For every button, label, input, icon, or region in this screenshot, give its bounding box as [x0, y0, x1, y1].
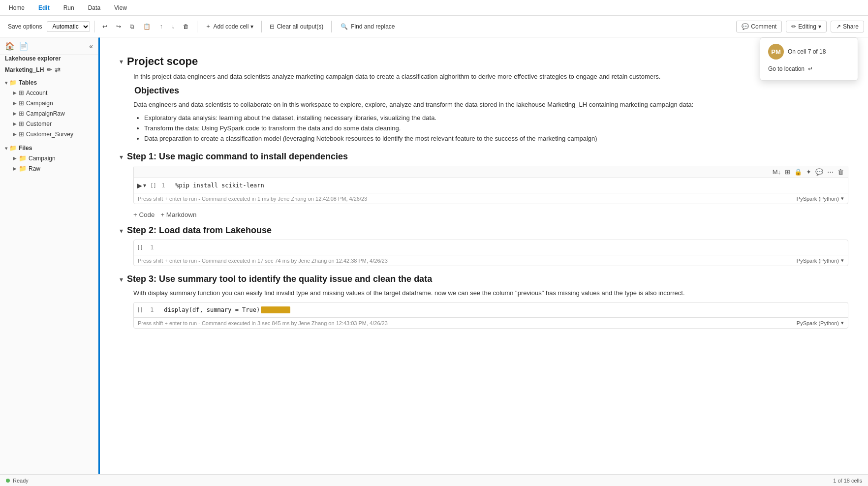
save-group: Save options Automatic — [4, 21, 90, 32]
search-icon: 🔍 — [341, 23, 348, 30]
table-icon-campaignraw: ⊞ — [19, 110, 24, 117]
step1-code-content[interactable]: 1 %pip install scikit-learn — [157, 178, 848, 193]
cell-lock-button[interactable]: 🔒 — [793, 167, 803, 177]
chevron-files-campaign: ▶ — [13, 155, 17, 161]
objectives-title: Objectives — [134, 86, 179, 96]
sidebar-item-customer-survey[interactable]: ▶ ⊞ Customer_Survey — [0, 129, 98, 139]
clear-outputs-button[interactable]: ⊟ Clear all output(s) — [266, 21, 327, 32]
menu-bar: Home Edit Run Data View — [0, 0, 868, 16]
step1-add-code-button[interactable]: + Code — [133, 211, 155, 218]
chevron-down-icon-editing: ▾ — [818, 23, 821, 30]
step1-run-button[interactable]: ▶ — [137, 182, 142, 189]
file-icon-button[interactable]: 📄 — [19, 41, 29, 51]
move-down-icon: ↓ — [171, 23, 174, 30]
save-options-select[interactable]: Automatic — [47, 21, 90, 32]
move-up-icon: ↑ — [159, 23, 162, 30]
paste-icon: 📋 — [143, 23, 151, 30]
editing-button[interactable]: ✏ Editing ▾ — [786, 21, 827, 32]
cell-more-button[interactable]: ⋯ — [826, 167, 835, 177]
menu-run[interactable]: Run — [61, 2, 77, 13]
step3-code-highlight — [261, 306, 290, 313]
step2-header: ▾ Step 2: Load data from Lakehouse — [120, 225, 848, 236]
menu-home[interactable]: Home — [6, 2, 28, 13]
step1-collapse-button[interactable]: ▾ — [143, 182, 146, 189]
refresh-icon[interactable]: ⇄ — [55, 66, 61, 74]
objectives-list: Exploratory data analysis: learning abou… — [120, 113, 848, 144]
status-label: Ready — [13, 478, 29, 484]
save-options-button[interactable]: Save options — [4, 21, 46, 32]
clear-icon: ⊟ — [270, 23, 275, 30]
cell-delete-button[interactable]: 🗑 — [837, 167, 845, 177]
project-scope-toggle[interactable]: ▾ — [120, 58, 123, 65]
sidebar-item-campaignraw[interactable]: ▶ ⊞ CampaignRaw — [0, 108, 98, 119]
delete-cell-button[interactable]: 🗑 — [179, 21, 193, 32]
edit-lakehouse-icon[interactable]: ✏ — [47, 66, 52, 73]
separator-3 — [261, 21, 262, 32]
project-scope-header: ▾ Project scope — [120, 55, 848, 68]
step1-add-markdown-button[interactable]: + Markdown — [160, 211, 196, 218]
step1-code-text: %pip install scikit-learn — [175, 182, 264, 189]
step3-code-line: 1 display(df, summary = True) — [150, 306, 844, 314]
tooltip-popup: PM On cell 7 of 18 Go to location ↵ — [760, 37, 858, 81]
chevron-down-icon-step1: ▾ — [841, 195, 844, 202]
collapse-sidebar-button[interactable]: « — [89, 42, 93, 50]
objective-item-2: Transform the data: Using PySpark code t… — [144, 123, 848, 134]
sidebar-item-customer[interactable]: ▶ ⊞ Customer — [0, 119, 98, 129]
step3-pyspark-badge[interactable]: PySpark (Python) ▾ — [797, 320, 844, 326]
add-code-cell-button[interactable]: ＋ Add code cell ▾ — [201, 20, 257, 32]
menu-edit[interactable]: Edit — [35, 2, 53, 13]
copy-cell-button[interactable]: ⧉ — [126, 21, 138, 32]
step3-toggle[interactable]: ▾ — [120, 275, 123, 283]
status-left: Ready — [6, 478, 29, 484]
menu-data[interactable]: Data — [85, 2, 103, 13]
sidebar-item-account[interactable]: ▶ ⊞ Account — [0, 88, 98, 98]
cell-add-button[interactable]: ⊞ — [784, 167, 791, 177]
move-up-button[interactable]: ↑ — [155, 21, 166, 32]
step2-code-content[interactable]: 1 — [146, 240, 848, 255]
paste-cell-button[interactable]: 📋 — [139, 21, 155, 32]
cell-comment-button[interactable]: 💬 — [814, 167, 824, 177]
chevron-account: ▶ — [13, 90, 17, 95]
step2-line-num: 1 — [150, 244, 158, 251]
chevron-campaignraw: ▶ — [13, 111, 17, 116]
sidebar-item-raw[interactable]: ▶ 📁 Raw — [0, 163, 98, 174]
step3-code-content[interactable]: 1 display(df, summary = True) — [146, 303, 848, 318]
share-button[interactable]: ↗ Share — [831, 21, 864, 32]
move-down-button[interactable]: ↓ — [167, 21, 178, 32]
table-icon-customer: ⊞ — [19, 120, 24, 127]
step1-cell-toolbar: M↓ ⊞ 🔒 ✦ 💬 ⋯ 🗑 — [134, 166, 848, 178]
tables-section: ▾ 📁 Tables ▶ ⊞ Account ▶ ⊞ Campaign ▶ ⊞ … — [0, 76, 98, 141]
chevron-down-icon: ▾ — [250, 23, 253, 30]
step1-toggle[interactable]: ▾ — [120, 153, 123, 161]
sidebar-item-campaign[interactable]: ▶ ⊞ Campaign — [0, 98, 98, 108]
pencil-icon: ✏ — [791, 23, 796, 30]
chevron-down-icon-step2: ▾ — [841, 257, 844, 264]
menu-view[interactable]: View — [111, 2, 130, 13]
objectives-header: Objectives — [120, 86, 848, 96]
files-folder-icon: 📁 — [9, 145, 17, 152]
copy-icon: ⧉ — [130, 23, 134, 30]
separator-2 — [197, 21, 197, 32]
home-icon-button[interactable]: 🏠 — [5, 41, 15, 51]
step2-toggle[interactable]: ▾ — [120, 227, 123, 235]
step2-pyspark-badge[interactable]: PySpark (Python) ▾ — [797, 257, 844, 264]
comment-button[interactable]: 💬 Comment — [736, 21, 782, 32]
step3-cell-meta: Press shift + enter to run - Command exe… — [134, 317, 848, 328]
redo-button[interactable]: ↪ — [112, 21, 125, 32]
md-button[interactable]: M↓ — [772, 167, 782, 177]
go-to-location-button[interactable]: Go to location ↵ — [768, 63, 850, 74]
step1-title: Step 1: Use magic command to install dep… — [127, 152, 348, 162]
step1-pyspark-badge[interactable]: PySpark (Python) ▾ — [797, 195, 844, 202]
files-header[interactable]: ▾ 📁 Files — [0, 143, 98, 153]
step3-cell: [ ] 1 display(df, summary = True) Press … — [133, 302, 848, 329]
content-area: PM On cell 7 of 18 Go to location ↵ ▾ Pr… — [100, 37, 868, 474]
redo-icon: ↪ — [116, 23, 121, 30]
tables-header[interactable]: ▾ 📁 Tables — [0, 78, 98, 88]
sidebar-item-files-campaign[interactable]: ▶ 📁 Campaign — [0, 153, 98, 163]
table-icon-campaign: ⊞ — [19, 99, 24, 107]
cell-magic-button[interactable]: ✦ — [805, 167, 812, 177]
chevron-down-icon-step3: ▾ — [841, 320, 844, 326]
find-replace-button[interactable]: 🔍 Find and replace — [336, 21, 400, 32]
undo-button[interactable]: ↩ — [98, 21, 111, 32]
tooltip-header: PM On cell 7 of 18 — [768, 44, 850, 60]
